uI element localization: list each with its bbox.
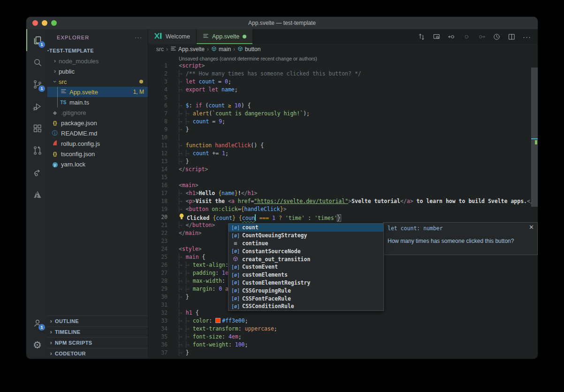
suggest-item-constantsourcenode[interactable]: [ø]ConstantSourceNode (229, 247, 383, 255)
code-line[interactable]: 18→ <p>Visit the <a href="https://svelte… (148, 197, 538, 205)
code-token: → (186, 150, 193, 157)
code-line[interactable]: 2→ /** How many times has someone clicke… (148, 70, 538, 78)
section-outline[interactable]: ›OUTLINE (47, 316, 148, 326)
code-line[interactable]: 6→ $: if (count ≥ 10) { (148, 102, 538, 110)
activity-item-search[interactable] (26, 51, 47, 73)
tree-item-app-svelte[interactable]: App.svelte1, M (47, 87, 148, 97)
code-line[interactable]: 7→ → alert(`count is dangerously high!`)… (148, 110, 538, 118)
code-line[interactable]: 17→ <h1>Hello {name}!</h1> (148, 189, 538, 197)
code-line[interactable]: 8→ → count = 9; (148, 118, 538, 126)
code-token: ; (245, 317, 248, 324)
section-npm-scripts[interactable]: ›NPM SCRIPTS (47, 337, 148, 348)
code-line[interactable]: 1<script> (148, 62, 538, 70)
code-line[interactable]: 4→ export let name; (148, 86, 538, 94)
code-line[interactable]: 5 (148, 94, 538, 102)
code-token: style (182, 246, 198, 252)
suggest-item-create_out_transition[interactable]: create_out_transition (229, 255, 383, 263)
codelens-label[interactable]: Unsaved changes (cannot determine recent… (179, 55, 538, 62)
tree-item-yarn-lock[interactable]: yyarn.lock (47, 159, 148, 169)
code-line[interactable]: 15 (148, 173, 538, 181)
close-window-button[interactable] (32, 20, 38, 26)
zoom-window-button[interactable] (51, 20, 57, 26)
navigate-location-icon[interactable] (463, 33, 471, 41)
run-timer-icon[interactable] (493, 33, 501, 41)
code-line[interactable]: 20Clicked {count} {coun === 1 ? 'time' :… (148, 213, 538, 221)
tree-item-main-ts[interactable]: TSmain.ts (47, 97, 148, 107)
workspace-root-row[interactable]: ›TEST-TEMPLATE (47, 45, 148, 56)
code-line[interactable]: 12→ → count += 1; (148, 150, 538, 158)
activity-item-settings[interactable]: ⚙ (26, 334, 47, 356)
suggest-item-cssconditionrule[interactable]: [ø]CSSConditionRule (229, 302, 383, 310)
rollup-icon (51, 140, 59, 148)
breadcrumb-item-src[interactable]: src (156, 46, 164, 53)
split-editor-icon[interactable] (508, 33, 516, 41)
line-content: → /** How many times has someone clicked… (168, 70, 361, 78)
tree-item-src[interactable]: ›src (47, 76, 148, 87)
titlebar[interactable]: App.svelte — test-template (26, 17, 538, 29)
breadcrumb-item-button[interactable]: button (237, 46, 260, 53)
code-line[interactable]: 36→ → font-weight: 100; (148, 341, 538, 349)
activity-item-live-share[interactable] (26, 161, 47, 183)
activity-item-explorer[interactable]: 1 (26, 29, 47, 51)
navigate-back-icon[interactable] (448, 33, 456, 41)
tree-item-tsconfig-json[interactable]: {}tsconfig.json (47, 149, 148, 159)
line-number: 18 (148, 197, 168, 205)
activity-item-run-debug[interactable] (26, 95, 47, 117)
tree-item-public[interactable]: ›public (47, 66, 148, 76)
breadcrumb-item-main[interactable]: main (211, 46, 231, 53)
section-timeline[interactable]: ›TIMELINE (47, 326, 148, 337)
minimize-window-button[interactable] (42, 20, 47, 26)
tree-item-readme-md[interactable]: ⓘREADME.md (47, 128, 148, 138)
open-preview-icon[interactable] (433, 33, 441, 41)
code-token: if (196, 102, 206, 109)
tab-welcome[interactable]: Welcome (148, 29, 197, 44)
code-token: main (186, 254, 202, 260)
code-line[interactable]: 35→ → font-size: 4em; (148, 333, 538, 341)
code-line[interactable]: 19→ <button on:click={handleClick}> (148, 205, 538, 213)
navigate-forward-icon[interactable] (478, 33, 486, 41)
code-line[interactable]: 10 (148, 134, 538, 142)
line-content: → <p>Visit the <a href="https://svelte.d… (168, 197, 538, 205)
suggest-item-cssgroupingrule[interactable]: [ø]CSSGroupingRule (229, 286, 383, 294)
more-actions-icon[interactable]: ··· (523, 33, 531, 40)
suggest-item-customelements[interactable]: [ø]customElements (229, 271, 383, 279)
tab-app-svelte[interactable]: App.svelte (197, 29, 253, 44)
suggest-item-countqueuingstrategy[interactable]: [ø]CountQueuingStrategy (229, 232, 383, 240)
breadcrumb-item-app-svelte[interactable]: App.svelte (170, 45, 205, 53)
suggest-item-count[interactable]: [ø]count (229, 224, 383, 232)
activity-item-account[interactable]: 1 (26, 312, 47, 334)
scrollbar-slider[interactable] (531, 68, 538, 207)
code-area[interactable]: Unsaved changes (cannot determine recent… (148, 54, 538, 359)
code-line[interactable]: 11→ function handleClick() { (148, 142, 538, 150)
explorer-more-icon[interactable]: ··· (135, 34, 142, 41)
editor-scrollbar[interactable] (531, 67, 538, 359)
close-icon[interactable]: ✕ (529, 224, 534, 231)
code-token: padding (193, 270, 215, 276)
activity-item-azure[interactable] (26, 183, 47, 205)
code-line[interactable]: 37→ } (148, 349, 538, 357)
suggest-item-customevent[interactable]: [ø]CustomEvent (229, 263, 383, 271)
code-line[interactable]: 16<main> (148, 181, 538, 189)
code-line[interactable]: 9→ } (148, 126, 538, 134)
line-number: 7 (148, 110, 168, 118)
code-line[interactable]: 34→ → text-transform: uppercase; (148, 325, 538, 333)
line-number: 14 (148, 166, 168, 173)
tree-item--gitignore[interactable]: ◆.gitignore (47, 107, 148, 118)
suggest-item-customelementregistry[interactable]: [ø]CustomElementRegistry (229, 279, 383, 287)
suggest-label: create_out_transition (242, 256, 310, 263)
tree-item-rollup-config-js[interactable]: rollup.config.js (47, 138, 148, 149)
open-changes-icon[interactable] (418, 33, 426, 41)
activity-item-github-pr[interactable] (26, 139, 47, 161)
suggest-item-continue[interactable]: ≡continue (229, 240, 383, 248)
section-codetour[interactable]: ›CODETOUR (47, 348, 148, 359)
activity-item-source-control[interactable]: 1 (26, 73, 47, 95)
code-token: ); (303, 110, 310, 117)
suggest-item-cssfontfacerule[interactable]: [ø]CSSFontFaceRule (229, 294, 383, 302)
tree-item-node-modules[interactable]: ›node_modules (47, 56, 148, 66)
code-line[interactable]: 33→ → color: #ff3e00; (148, 317, 538, 325)
activity-item-extensions[interactable] (26, 117, 47, 139)
code-line[interactable]: 13→ } (148, 158, 538, 166)
code-line[interactable]: 3→ let count = 0; (148, 78, 538, 86)
code-line[interactable]: 14</script> (148, 166, 538, 173)
tree-item-package-json[interactable]: {}package.json (47, 118, 148, 128)
